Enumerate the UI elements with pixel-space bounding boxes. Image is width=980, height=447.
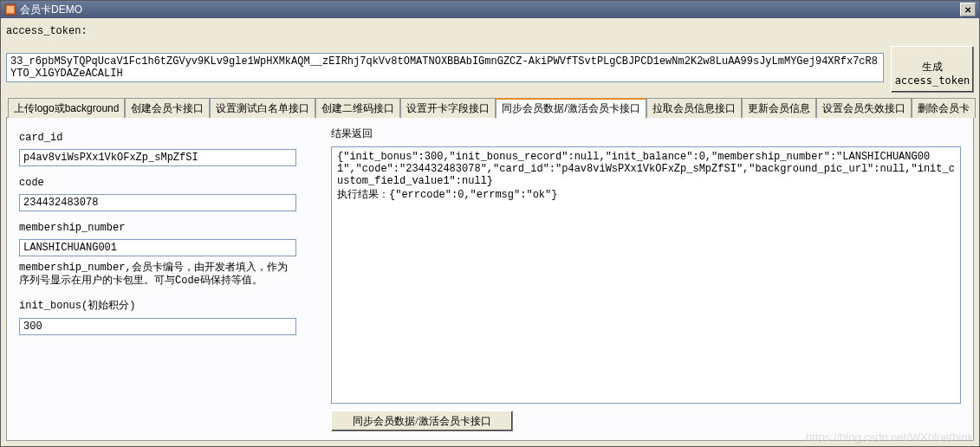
window-title: 会员卡DEMO bbox=[20, 3, 960, 17]
tab-sync-member[interactable]: 同步会员数据/激活会员卡接口 bbox=[496, 98, 646, 119]
tab-set-invalid[interactable]: 设置会员失效接口 bbox=[816, 98, 912, 118]
tab-set-card-fields[interactable]: 设置开卡字段接口 bbox=[400, 98, 496, 118]
card-id-label: card_id bbox=[19, 132, 314, 144]
init-bonus-input[interactable] bbox=[19, 318, 296, 335]
membership-number-input[interactable] bbox=[19, 239, 296, 256]
tab-update-member[interactable]: 更新会员信息 bbox=[742, 98, 816, 118]
sync-member-button[interactable]: 同步会员数据/激活会员卡接口 bbox=[331, 411, 513, 431]
result-column: 结果返回 {"init_bonus":300,"init_bonus_recor… bbox=[331, 126, 961, 431]
tab-create-card[interactable]: 创建会员卡接口 bbox=[125, 98, 210, 118]
card-id-input[interactable] bbox=[19, 149, 296, 166]
app-icon bbox=[4, 3, 16, 16]
close-button[interactable]: ✕ bbox=[960, 3, 976, 16]
tab-create-qrcode[interactable]: 创建二维码接口 bbox=[315, 98, 400, 118]
result-textbox[interactable]: {"init_bonus":300,"init_bonus_record":nu… bbox=[331, 146, 961, 404]
init-bonus-label: init_bonus(初始积分) bbox=[19, 298, 314, 313]
tabstrip: 上传logo或background 创建会员卡接口 设置测试白名单接口 创建二维… bbox=[6, 98, 974, 117]
tab-get-member[interactable]: 拉取会员信息接口 bbox=[646, 98, 742, 118]
result-label: 结果返回 bbox=[331, 126, 961, 141]
membership-hint: membership_number,会员卡编号，由开发者填入，作为序列号显示在用… bbox=[19, 262, 296, 288]
access-token-label: access_token: bbox=[6, 23, 884, 37]
generate-token-button[interactable]: 生成 access_token bbox=[891, 46, 974, 93]
tab-delete-card[interactable]: 删除会员卡 bbox=[912, 98, 976, 118]
app-window: 会员卡DEMO ✕ access_token: 生成 access_token … bbox=[0, 0, 980, 447]
membership-number-label: membership_number bbox=[19, 222, 314, 234]
token-row: access_token: 生成 access_token bbox=[6, 23, 974, 93]
tab-test-whitelist[interactable]: 设置测试白名单接口 bbox=[210, 98, 315, 118]
svg-rect-1 bbox=[7, 6, 14, 13]
tab-panel-sync: card_id code membership_number membershi… bbox=[6, 117, 974, 441]
client-area: access_token: 生成 access_token 上传logo或bac… bbox=[1, 18, 979, 446]
titlebar: 会员卡DEMO ✕ bbox=[1, 1, 979, 18]
close-icon: ✕ bbox=[964, 5, 971, 15]
access-token-input[interactable] bbox=[6, 53, 884, 82]
tab-upload-logo[interactable]: 上传logo或background bbox=[8, 98, 125, 118]
form-column: card_id code membership_number membershi… bbox=[19, 126, 314, 431]
code-label: code bbox=[19, 177, 314, 189]
code-input[interactable] bbox=[19, 194, 296, 211]
tabs-container: 上传logo或background 创建会员卡接口 设置测试白名单接口 创建二维… bbox=[6, 98, 974, 441]
